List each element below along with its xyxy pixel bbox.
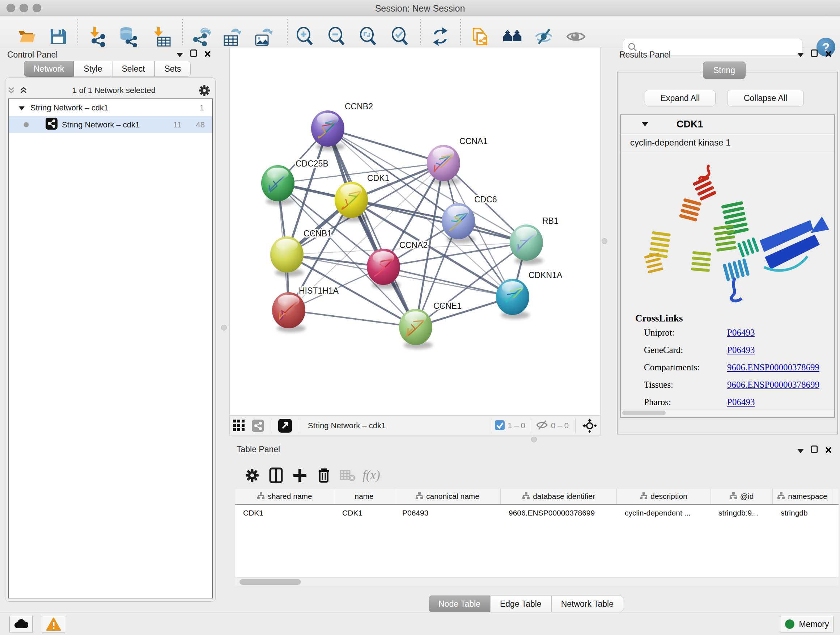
first-neighbors-icon[interactable] — [502, 27, 523, 47]
zoom-out-icon[interactable] — [327, 27, 347, 47]
node-ccne1[interactable]: CCNE1 — [399, 301, 462, 349]
column-header--id[interactable]: @id — [711, 489, 773, 504]
selected-checkbox-icon[interactable] — [495, 420, 505, 432]
collapse-all-button[interactable]: Collapse All — [727, 90, 804, 106]
network-birdseye-icon[interactable] — [248, 416, 267, 436]
export-table-icon[interactable] — [221, 27, 242, 47]
panel-menu-icon[interactable] — [174, 50, 186, 60]
collapse-all-chevron-icon[interactable] — [17, 85, 30, 96]
close-icon[interactable] — [822, 445, 835, 455]
column-header-canonical-name[interactable]: canonical name — [394, 489, 501, 504]
crosslink-link[interactable]: P06493 — [727, 328, 755, 338]
zoom-in-icon[interactable] — [295, 27, 315, 47]
table-cell[interactable]: stringdb — [773, 505, 832, 521]
float-window-icon[interactable] — [187, 48, 200, 59]
table-cell[interactable]: cyclin-dependent ... — [617, 505, 711, 521]
export-network-icon[interactable] — [191, 27, 211, 47]
panel-menu-icon[interactable] — [794, 50, 807, 60]
tab-network-table[interactable]: Network Table — [551, 595, 623, 612]
crosslink-link[interactable]: P06493 — [727, 397, 755, 407]
node-label: CCNA2 — [399, 241, 428, 250]
table-options-gear-icon[interactable] — [240, 465, 264, 486]
tab-node-table[interactable]: Node Table — [429, 595, 490, 612]
node-ccnb2[interactable]: CCNB2 — [311, 102, 373, 150]
tab-string[interactable]: String — [703, 62, 745, 79]
zoom-selected-icon[interactable] — [390, 27, 410, 47]
cloud-icon[interactable] — [9, 616, 33, 632]
memory-button[interactable]: Memory — [781, 616, 834, 632]
node-ccna1[interactable]: CCNA1 — [427, 136, 488, 185]
zoom-fit-icon[interactable] — [358, 27, 378, 47]
apply-layout-icon[interactable] — [430, 27, 450, 47]
show-all-icon[interactable] — [566, 27, 586, 47]
expand-all-chevron-icon[interactable] — [5, 85, 17, 96]
node-selection-mode-icon[interactable] — [579, 416, 600, 436]
table-cell[interactable]: 9606.ENSP00000378699 — [501, 505, 617, 521]
add-column-icon[interactable] — [288, 465, 312, 486]
protein-card: CDK1 cyclin-dependent kinase 1 CrossLink… — [620, 114, 835, 418]
tab-sets[interactable]: Sets — [155, 61, 191, 77]
save-session-icon[interactable] — [48, 27, 68, 47]
delete-column-icon[interactable] — [312, 465, 336, 486]
tab-style[interactable]: Style — [74, 61, 112, 77]
column-header-namespace[interactable]: namespace — [773, 489, 832, 504]
column-header-description[interactable]: description — [617, 489, 711, 504]
detach-view-icon[interactable] — [275, 416, 295, 436]
import-network-database-icon[interactable] — [118, 27, 139, 47]
node-rb1[interactable]: RB1 — [510, 216, 559, 264]
import-network-file-icon[interactable] — [88, 27, 108, 47]
column-header-database-identifier[interactable]: database identifier — [501, 489, 617, 504]
status-bar: Memory — [0, 613, 840, 635]
export-image-icon[interactable] — [253, 27, 273, 47]
network-edges[interactable] — [278, 128, 526, 327]
table-cell[interactable]: CDK1 — [334, 505, 394, 521]
protein-card-header[interactable]: CDK1 — [621, 115, 834, 134]
show-columns-icon[interactable] — [264, 465, 288, 486]
bottom-splitter-handle[interactable] — [531, 437, 537, 442]
panel-menu-icon[interactable] — [794, 446, 807, 456]
crosslink-link[interactable]: 9606.ENSP00000378699 — [727, 380, 819, 390]
node-hist1h1a[interactable]: HIST1H1A — [272, 286, 339, 333]
collapse-triangle-icon[interactable] — [642, 121, 648, 128]
network-options-gear-icon[interactable] — [198, 85, 210, 96]
float-window-icon[interactable] — [808, 444, 821, 455]
table-panel-controls — [794, 444, 835, 456]
title-bar: Session: New Session — [0, 0, 840, 16]
selected-node-edge-counts: 1 – 0 — [508, 421, 525, 431]
crosslink-link[interactable]: 9606.ENSP00000378699 — [727, 363, 819, 372]
column-header-shared-name[interactable]: shared name — [235, 489, 334, 504]
close-icon[interactable] — [822, 49, 835, 59]
table-cell[interactable]: P06493 — [394, 505, 501, 521]
tab-network[interactable]: Network — [24, 61, 74, 77]
right-splitter-handle[interactable] — [602, 238, 607, 244]
expand-all-button[interactable]: Expand All — [645, 90, 715, 106]
network-column-icon — [639, 492, 647, 501]
import-table-icon[interactable] — [152, 27, 172, 47]
tab-edge-table[interactable]: Edge Table — [490, 595, 551, 612]
table-row[interactable]: CDK1CDK1P064939606.ENSP00000378699cyclin… — [235, 505, 838, 521]
close-icon[interactable] — [202, 49, 214, 59]
network-canvas[interactable]: CCNB2CCNA1CDC25BCDK1CDC6RB1CCNB1CCNA2CDK… — [229, 47, 600, 416]
node-cdkn1a[interactable]: CDKN1A — [496, 271, 562, 319]
node-label: CDC25B — [295, 159, 328, 168]
tree-expand-icon[interactable] — [9, 103, 25, 112]
card-horizontal-scrollbar[interactable] — [622, 409, 834, 416]
node-label: CCNA1 — [459, 136, 488, 146]
warning-icon[interactable] — [42, 616, 65, 632]
network-collection-row[interactable]: String Network – cdk1 1 — [9, 99, 212, 116]
table-horizontal-scrollbar[interactable] — [235, 578, 838, 586]
left-splitter-handle[interactable] — [221, 325, 227, 331]
grid-view-icon[interactable] — [230, 416, 248, 436]
tab-select[interactable]: Select — [112, 61, 155, 77]
node-cdc25b[interactable]: CDC25B — [261, 159, 328, 205]
hide-selected-icon[interactable] — [534, 27, 554, 47]
table-cell[interactable]: CDK1 — [235, 505, 334, 521]
table-cell[interactable]: stringdb:9... — [711, 505, 773, 521]
crosslink-link[interactable]: P06493 — [727, 345, 755, 355]
node-label: CCNB1 — [303, 229, 332, 238]
column-header-name[interactable]: name — [334, 489, 394, 504]
open-session-icon[interactable] — [16, 27, 36, 47]
network-row[interactable]: String Network – cdk1 11 48 — [9, 116, 212, 133]
clone-network-icon[interactable] — [471, 27, 491, 47]
float-window-icon[interactable] — [808, 48, 821, 59]
